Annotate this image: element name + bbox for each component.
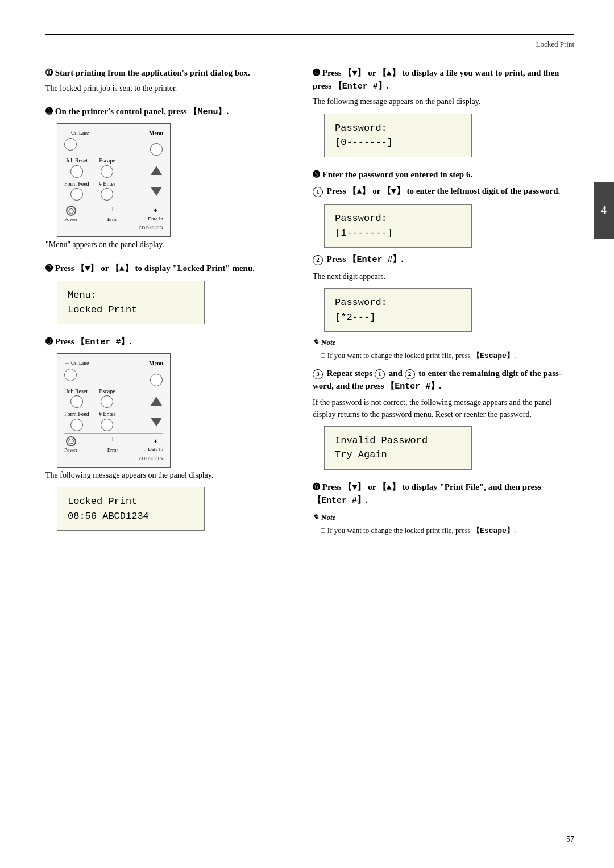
panel1-power-label: Power (64, 216, 77, 223)
substep1-up: 【▲】 (348, 187, 370, 197)
note15-label: Note (321, 512, 335, 523)
step13-up: 【▲】 (378, 69, 400, 78)
panel1-enter-btn (101, 188, 113, 201)
step11-number: ➋ (45, 264, 53, 273)
panel1-datain: ♦ Data In (148, 206, 163, 223)
printer-panel-2: → On Line Job Reset Escape (57, 353, 171, 468)
note14-escape: 【Escape】 (472, 352, 514, 360)
substep-14-2: 2 Press 【Enter #】. (313, 253, 574, 266)
note15-escape: 【Escape】 (472, 527, 514, 535)
substep3-lcd: Invalid Password Try Again (324, 426, 472, 470)
note15-pencil-icon: ✎ (313, 512, 319, 523)
panel2-menu-btn (150, 374, 163, 386)
step-13: ➍ Press 【▼】 or 【▲】 to display a file you… (313, 67, 574, 157)
panel2-formfeed-label: Form Feed (64, 410, 89, 419)
section-badge: 4 (594, 182, 614, 239)
substep3-circle: 3 (313, 369, 323, 379)
panel2-formfeed-btn (70, 419, 83, 431)
panel1-escape-btn (101, 165, 113, 178)
panel2-power: ◯ Power (64, 436, 77, 454)
step12-lcd-line1: Locked Print (68, 494, 194, 509)
step12-text: Press 【Enter #】. (55, 337, 131, 346)
panel1-jobreset-label: Job Reset (66, 157, 88, 165)
power-icon: ◯ (66, 206, 76, 216)
note-15: ✎ Note □ If you want to change the locke… (313, 512, 574, 537)
note14-checkbox: □ (321, 350, 325, 362)
step-10: ➊ On the printer's control panel, press … (45, 106, 290, 251)
panel2-up-arrow (151, 397, 162, 408)
page-number: 57 (566, 834, 574, 845)
panel1-jobreset: Job Reset (64, 157, 89, 178)
step12-lcd-line2: 08:56 ABCD1234 (68, 509, 194, 524)
page: Locked Print 4 ➉ Start printing from the… (0, 0, 614, 868)
substep2-lcd-line1: Password: (335, 295, 461, 310)
note15-body: □ If you want to change the locked print… (313, 525, 574, 537)
note-14: ✎ Note □ If you want to change the locke… (313, 337, 574, 362)
panel2-arrows: Menu (149, 360, 163, 429)
substep2-text: Press 【Enter #】. (327, 254, 403, 264)
panel2-jobreset-label: Job Reset (66, 387, 88, 396)
panel2-jobreset-btn (70, 395, 83, 408)
note15-checkbox: □ (321, 525, 325, 537)
panel1-grid: Job Reset Escape Form Feed (64, 157, 119, 201)
panel1-down-triangle (151, 187, 162, 196)
top-rule (45, 34, 574, 35)
step15-text: Press 【▼】 or 【▲】 to display "Print File"… (313, 482, 541, 504)
step15-number: ➏ (313, 482, 320, 491)
panel1-menu-btn (150, 143, 163, 156)
step14-text: Enter the password you entered in step 6… (322, 170, 472, 179)
panel1-code: ZDDS020N (64, 224, 163, 232)
panel2-code: ZDDS021N (64, 455, 163, 462)
two-col-layout: ➉ Start printing from the application's … (45, 67, 574, 548)
substep3-body: If the password is not correct, the foll… (313, 397, 574, 420)
step11-text: Press 【▼】 or 【▲】 to display "Locked Prin… (55, 264, 255, 273)
step15-down: 【▼】 (343, 483, 366, 493)
substep1-text: Press 【▲】 or 【▼】 to enter the leftmost d… (327, 186, 561, 195)
left-column: ➉ Start printing from the application's … (45, 67, 290, 548)
substep3-enter: 【Enter #】 (386, 382, 439, 391)
panel2-datain: ♦ Data In (148, 437, 163, 453)
note-pencil-icon: ✎ (313, 337, 319, 348)
panel1-up-triangle (151, 166, 162, 175)
step10-body: "Menu" appears on the panel display. (45, 239, 290, 251)
panel1-enter-label: # Enter (99, 180, 115, 189)
step13-lcd: Password: [0-------] (324, 114, 472, 157)
panel1-menu-label: Menu (149, 130, 163, 138)
panel2-error: └ Error (107, 436, 118, 453)
step13-title: ➍ Press 【▼】 or 【▲】 to display a file you… (313, 67, 574, 93)
step-14: ➎ Enter the password you entered in step… (313, 169, 574, 470)
panel2-up-triangle (151, 397, 162, 406)
step12-lcd: Locked Print 08:56 ABCD1234 (57, 487, 205, 531)
panel2-menu-label: Menu (149, 360, 163, 368)
step11-lcd-line1: Menu: (68, 288, 194, 303)
step-9: ➉ Start printing from the application's … (45, 67, 290, 94)
step12-body: The following message appears on the pan… (45, 470, 290, 481)
substep1-lcd-line1: Password: (335, 211, 461, 226)
step10-number: ➊ (45, 107, 53, 116)
substep2-lcd-line2: [*2---] (335, 310, 461, 325)
panel1-datain-label: Data In (148, 215, 163, 223)
page-header: Locked Print (45, 39, 574, 50)
panel2-power-label: Power (64, 446, 77, 454)
panel1-formfeed-btn (70, 188, 83, 201)
panel1-escape-label: Escape (99, 157, 115, 165)
step12-number: ➌ (45, 337, 53, 346)
step13-body: The following message appears on the pan… (313, 96, 574, 107)
panel1-escape: Escape (95, 157, 120, 178)
panel2-formfeed: Form Feed (64, 410, 89, 431)
step9-number: ➉ (45, 68, 53, 77)
substep-14-1: 1 Press 【▲】 or 【▼】 to enter the leftmost… (313, 185, 574, 198)
substep1-down: 【▼】 (383, 187, 405, 197)
step11-up: 【▲】 (111, 264, 133, 274)
panel1-down-arrow (151, 187, 162, 199)
step9-text: Start printing from the application's pr… (55, 68, 250, 77)
substep1-circle: 1 (313, 187, 323, 197)
note14-text: If you want to change the locked print f… (327, 350, 516, 362)
note15-title: ✎ Note (313, 512, 574, 523)
step14-title: ➎ Enter the password you entered in step… (313, 169, 574, 181)
step9-title: ➉ Start printing from the application's … (45, 67, 290, 80)
step15-title: ➏ Press 【▼】 or 【▲】 to display "Print Fil… (313, 481, 574, 507)
step12-enter: 【Enter #】 (76, 337, 129, 347)
note14-label: Note (321, 337, 335, 348)
panel1-error-label: Error (107, 216, 118, 223)
